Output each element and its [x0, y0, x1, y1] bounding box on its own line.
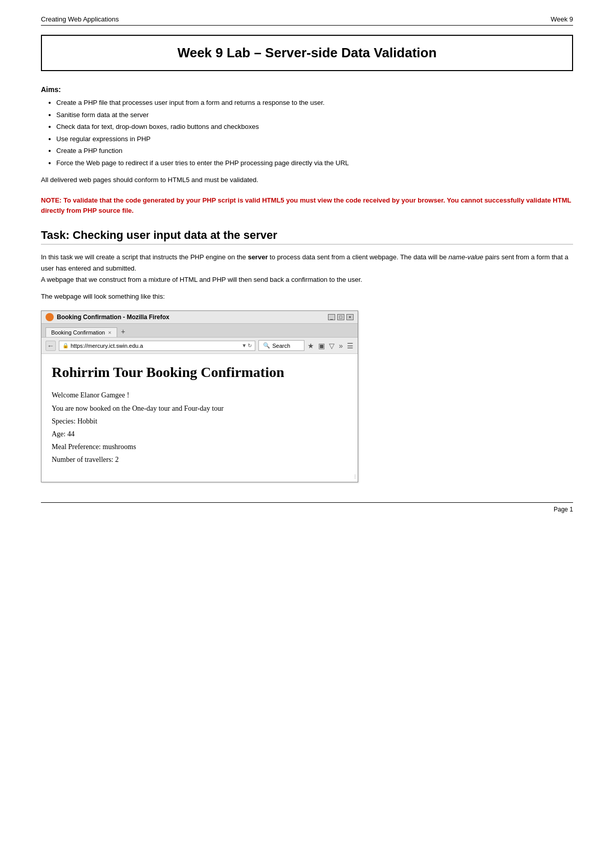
- maximize-button[interactable]: □: [337, 314, 344, 320]
- warning-text: NOTE: To validate that the code generate…: [41, 195, 573, 217]
- search-field[interactable]: 🔍 Search: [258, 340, 304, 351]
- list-item: Sanitise form data at the server: [56, 110, 573, 120]
- task-desc-bold: server: [248, 253, 268, 261]
- page-header: Creating Web Applications Week 9: [41, 15, 573, 26]
- list-item: Create a PHP file that processes user in…: [56, 98, 573, 108]
- list-item: Check data for text, drop-down boxes, ra…: [56, 122, 573, 132]
- page-footer: Page 1: [41, 502, 573, 513]
- booking-line-6: Number of travellers: 2: [52, 453, 347, 466]
- page-title: Week 9 Lab – Server-side Data Validation: [57, 45, 557, 61]
- browser-addressbar: ← 🔒 https://mercury.ict.swin.edu.a ▼ ↻ 🔍…: [41, 338, 358, 354]
- booking-page-title: Rohirrim Tour Booking Confirmation: [52, 364, 347, 381]
- bookmark-icon[interactable]: ★: [308, 342, 314, 350]
- close-button[interactable]: ×: [346, 314, 354, 320]
- pocket-icon[interactable]: ▽: [329, 342, 335, 350]
- header-left: Creating Web Applications: [41, 15, 119, 23]
- lock-icon: 🔒: [62, 343, 69, 348]
- window-controls[interactable]: _ □ ×: [328, 314, 354, 320]
- list-item: Force the Web page to redirect if a user…: [56, 158, 573, 168]
- list-item: Create a PHP function: [56, 146, 573, 156]
- task-section: Task: Checking user input data at the se…: [41, 229, 573, 300]
- booking-line-3: Species: Hobbit: [52, 415, 347, 428]
- aims-list: Create a PHP file that processes user in…: [41, 98, 573, 168]
- browser-window-title: Booking Confirmation - Mozilla Firefox: [57, 314, 169, 321]
- aims-section: Aims: Create a PHP file that processes u…: [41, 85, 573, 185]
- firefox-icon: [46, 313, 54, 321]
- webpage-note: The webpage will look something like thi…: [41, 293, 573, 300]
- reader-icon[interactable]: ▣: [318, 342, 325, 350]
- title-box: Week 9 Lab – Server-side Data Validation: [41, 35, 573, 71]
- resize-handle[interactable]: ⁝: [354, 473, 356, 480]
- browser-title-area: Booking Confirmation - Mozilla Firefox: [46, 313, 169, 321]
- search-label: Search: [272, 343, 290, 349]
- back-button[interactable]: ←: [46, 341, 56, 351]
- note-box: NOTE: To validate that the code generate…: [41, 195, 573, 217]
- search-icon: 🔍: [263, 342, 270, 349]
- aims-note: All delivered web pages should conform t…: [41, 175, 573, 185]
- browser-titlebar: Booking Confirmation - Mozilla Firefox _…: [41, 311, 358, 324]
- browser-mockup: Booking Confirmation - Mozilla Firefox _…: [41, 310, 358, 482]
- tab-label: Booking Confirmation: [51, 329, 105, 336]
- browser-content: Rohirrim Tour Booking Confirmation Welco…: [41, 354, 358, 481]
- booking-info: Welcome Elanor Gamgee ! You are now book…: [52, 389, 347, 466]
- list-item: Use regular expressions in PHP: [56, 134, 573, 144]
- refresh-icon[interactable]: ↻: [248, 343, 252, 348]
- minimize-button[interactable]: _: [328, 314, 335, 320]
- browser-tabbar: Booking Confirmation × +: [41, 324, 358, 338]
- tab-close-icon[interactable]: ×: [108, 329, 111, 336]
- task-description: In this task we will create a script tha…: [41, 252, 573, 285]
- footer-page-number: Page 1: [554, 506, 573, 513]
- more-icon[interactable]: »: [339, 342, 343, 350]
- dropdown-arrow: ▼: [242, 343, 247, 348]
- browser-tab[interactable]: Booking Confirmation ×: [46, 327, 117, 337]
- task-title: Task: Checking user input data at the se…: [41, 229, 573, 244]
- aims-heading: Aims:: [41, 85, 573, 94]
- address-field[interactable]: 🔒 https://mercury.ict.swin.edu.a ▼ ↻: [59, 341, 255, 351]
- booking-line-5: Meal Preference: mushrooms: [52, 440, 347, 453]
- new-tab-button[interactable]: +: [118, 326, 128, 337]
- task-desc-part2: to process data sent from a client webpa…: [268, 253, 448, 261]
- header-right: Week 9: [551, 15, 573, 23]
- address-dropdown[interactable]: ▼ ↻: [242, 343, 252, 348]
- booking-line-2: You are now booked on the One-day tour a…: [52, 402, 347, 415]
- menu-icon[interactable]: ☰: [347, 342, 354, 350]
- url-text: https://mercury.ict.swin.edu.a: [71, 343, 239, 349]
- task-desc-italic: name-value: [449, 253, 484, 261]
- booking-line-1: Welcome Elanor Gamgee !: [52, 389, 347, 402]
- task-desc-part1: In this task we will create a script tha…: [41, 253, 248, 261]
- toolbar-icons: ★ ▣ ▽ » ☰: [308, 342, 354, 350]
- booking-line-4: Age: 44: [52, 428, 347, 440]
